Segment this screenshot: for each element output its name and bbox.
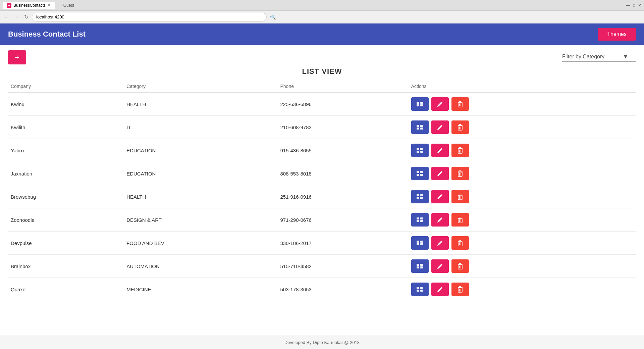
- cell-phone: 503-178-3653: [280, 278, 411, 301]
- add-contact-button[interactable]: +: [8, 50, 26, 64]
- edit-button[interactable]: [431, 120, 449, 134]
- edit-button[interactable]: [431, 190, 449, 203]
- svg-rect-45: [417, 217, 419, 219]
- edit-button[interactable]: [431, 97, 449, 111]
- main-content: + Filter by Category HEALTH IT EDUCATION…: [0, 45, 644, 336]
- new-tab-button[interactable]: □: [56, 2, 63, 9]
- detail-button[interactable]: [411, 236, 429, 250]
- svg-rect-51: [458, 218, 462, 223]
- svg-rect-38: [417, 197, 419, 199]
- svg-rect-46: [420, 217, 423, 219]
- table-header-row: Company Category Phone Actions: [8, 80, 636, 93]
- cell-actions: [411, 278, 636, 301]
- delete-button[interactable]: [451, 144, 469, 157]
- grid-icon: [416, 148, 424, 153]
- svg-rect-41: [459, 194, 461, 194]
- action-buttons: [411, 120, 631, 134]
- filter-by-category-select[interactable]: Filter by Category HEALTH IT EDUCATION D…: [562, 54, 623, 59]
- svg-rect-1: [420, 102, 423, 104]
- cell-company: Quaxo: [8, 278, 126, 301]
- cell-company: Zoonoodle: [8, 208, 126, 232]
- grid-icon: [416, 287, 424, 292]
- tab-close-button[interactable]: ✕: [48, 3, 51, 7]
- grid-icon: [416, 240, 424, 246]
- refresh-button[interactable]: ↻: [23, 13, 30, 21]
- trash-icon: [458, 263, 463, 269]
- svg-rect-55: [420, 241, 423, 243]
- svg-rect-59: [459, 240, 461, 241]
- minimize-button[interactable]: —: [626, 3, 630, 8]
- detail-button[interactable]: [411, 190, 429, 203]
- cell-actions: [411, 116, 636, 139]
- svg-rect-10: [420, 125, 423, 127]
- edit-button[interactable]: [431, 259, 449, 273]
- close-button[interactable]: ✕: [638, 3, 641, 8]
- grid-icon: [416, 101, 424, 107]
- cell-company: Browsebug: [8, 185, 126, 208]
- address-input[interactable]: [32, 13, 267, 21]
- edit-button[interactable]: [431, 236, 449, 250]
- forward-button[interactable]: →: [13, 13, 21, 21]
- address-bar-row: ← → ↻ 🔍: [0, 11, 644, 23]
- cell-actions: [411, 93, 636, 116]
- edit-button[interactable]: [431, 167, 449, 180]
- svg-rect-2: [417, 104, 419, 106]
- svg-rect-57: [420, 243, 423, 245]
- detail-button[interactable]: [411, 167, 429, 180]
- svg-rect-66: [420, 266, 423, 268]
- pencil-icon: [437, 124, 443, 130]
- delete-button[interactable]: [451, 190, 469, 203]
- tab-favicon: A: [7, 3, 11, 8]
- svg-rect-30: [420, 174, 423, 176]
- delete-button[interactable]: [451, 259, 469, 273]
- detail-button[interactable]: [411, 213, 429, 227]
- trash-icon: [458, 240, 463, 246]
- delete-button[interactable]: [451, 167, 469, 180]
- maximize-button[interactable]: □: [633, 3, 635, 8]
- edit-button[interactable]: [431, 283, 449, 296]
- app-container: Business Contact List Themes + Filter by…: [0, 23, 644, 349]
- back-button[interactable]: ←: [3, 13, 11, 21]
- edit-button[interactable]: [431, 213, 449, 227]
- contacts-table-wrapper: Company Category Phone Actions Kwinu HEA…: [8, 80, 636, 336]
- grid-icon: [416, 217, 424, 222]
- delete-button[interactable]: [451, 97, 469, 111]
- action-buttons: [411, 144, 631, 157]
- svg-rect-36: [417, 194, 419, 196]
- detail-button[interactable]: [411, 144, 429, 157]
- delete-button[interactable]: [451, 283, 469, 296]
- svg-rect-27: [417, 171, 419, 173]
- svg-rect-72: [417, 287, 419, 289]
- pencil-icon: [437, 170, 443, 177]
- tab-title: BusinessContacts: [13, 3, 46, 8]
- delete-button[interactable]: [451, 213, 469, 227]
- svg-rect-56: [417, 243, 419, 245]
- svg-rect-18: [417, 148, 419, 150]
- detail-button[interactable]: [411, 283, 429, 296]
- detail-button[interactable]: [411, 120, 429, 134]
- delete-button[interactable]: [451, 236, 469, 250]
- edit-button[interactable]: [431, 144, 449, 157]
- pencil-icon: [437, 240, 443, 246]
- detail-button[interactable]: [411, 259, 429, 273]
- svg-rect-63: [417, 264, 419, 266]
- cell-phone: 971-290-0676: [280, 208, 411, 232]
- svg-rect-5: [459, 101, 461, 102]
- cell-phone: 915-436-8655: [280, 139, 411, 162]
- cell-company: Kwilith: [8, 116, 126, 139]
- browser-tab[interactable]: A BusinessContacts ✕: [3, 2, 55, 9]
- toolbar-row: + Filter by Category HEALTH IT EDUCATION…: [8, 50, 636, 64]
- cell-actions: [411, 185, 636, 208]
- delete-button[interactable]: [451, 120, 469, 134]
- svg-rect-48: [420, 220, 423, 222]
- svg-rect-29: [417, 174, 419, 176]
- detail-button[interactable]: [411, 97, 429, 111]
- action-buttons: [411, 190, 631, 203]
- svg-rect-11: [417, 128, 419, 130]
- pencil-icon: [437, 147, 443, 153]
- list-view-title: LIST VIEW: [8, 67, 636, 76]
- themes-button[interactable]: Themes: [598, 28, 636, 41]
- cell-phone: 210-608-9783: [280, 116, 411, 139]
- col-category: Category: [126, 80, 280, 93]
- action-buttons: [411, 167, 631, 180]
